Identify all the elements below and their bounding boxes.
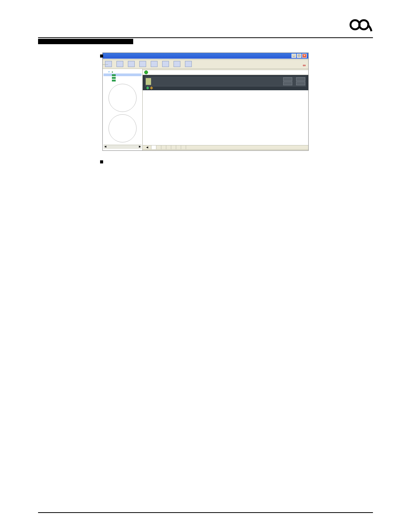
- status-dot-icon: [144, 70, 148, 74]
- qlogic-logo-icon: [349, 19, 373, 33]
- status-diamond-icon: [146, 86, 149, 89]
- toolbar-help[interactable]: [185, 61, 192, 67]
- help-icon: [185, 61, 192, 67]
- svg-point-1: [359, 20, 368, 29]
- expansion-port[interactable]: [296, 81, 305, 85]
- save-icon: [128, 61, 135, 67]
- toolbar-events[interactable]: [151, 61, 158, 67]
- tab-port-stats[interactable]: [161, 145, 166, 149]
- page-footer: [38, 512, 373, 517]
- toolbar-open[interactable]: [116, 61, 123, 67]
- device-table-wrap: [143, 90, 308, 145]
- tab-switch[interactable]: [156, 145, 161, 149]
- tree-sw2[interactable]: [104, 76, 142, 79]
- toolbar-logo: ∞: [303, 63, 306, 67]
- tree-sw1[interactable]: [104, 73, 142, 76]
- tree-logo-2: [108, 114, 137, 142]
- tab-conf-security[interactable]: [176, 145, 181, 149]
- tree-sw3[interactable]: [104, 79, 142, 81]
- tab-port-info[interactable]: [166, 145, 171, 149]
- add-icon: [105, 61, 112, 67]
- tree-scrollbar[interactable]: ◀▶: [104, 145, 142, 149]
- tree-fabric[interactable]: 🔹 ●: [104, 70, 142, 73]
- security-icon: [174, 61, 180, 67]
- qlogic-logo: [349, 19, 373, 34]
- faceplate-graphic[interactable]: [143, 75, 308, 90]
- power-supply-bar: [145, 86, 306, 89]
- expansion-port[interactable]: [283, 77, 292, 81]
- close-button[interactable]: ×: [302, 54, 307, 58]
- tab-conf-zonesets[interactable]: [171, 145, 176, 149]
- refresh-icon: [139, 61, 146, 67]
- app-statusbar: [143, 149, 308, 150]
- tree-tab[interactable]: [103, 64, 108, 65]
- zoning-icon: [162, 61, 169, 67]
- tree-pane: 🔹 ● ◀▶: [103, 69, 143, 150]
- minimize-button[interactable]: _: [292, 54, 296, 58]
- events-icon: [151, 61, 158, 67]
- detail-tabs: ◀: [143, 145, 308, 149]
- expansion-port[interactable]: [283, 81, 292, 85]
- svg-point-0: [350, 20, 360, 29]
- toolbar-refresh[interactable]: [139, 61, 146, 67]
- status-row: [143, 70, 308, 75]
- faceplate-screenshot: _ □ × ∞: [102, 53, 309, 151]
- toolbar-zoning[interactable]: [162, 61, 169, 67]
- toolbar-security[interactable]: [174, 61, 180, 67]
- ethernet-port-icon[interactable]: [146, 78, 151, 85]
- tab-scroll-left[interactable]: ◀: [143, 145, 151, 149]
- tab-devices[interactable]: [151, 145, 156, 149]
- header-black-bar: [38, 39, 133, 44]
- expansion-port[interactable]: [296, 77, 305, 81]
- window-titlebar: _ □ ×: [103, 53, 308, 59]
- maximize-button[interactable]: □: [297, 54, 301, 58]
- open-icon: [116, 61, 123, 67]
- header-rule: [38, 37, 373, 38]
- toolbar: ∞: [103, 60, 308, 69]
- status-diamond-icon: [150, 86, 153, 89]
- tree-logo-1: [108, 84, 137, 112]
- tab-active-security[interactable]: [181, 145, 186, 149]
- toolbar-save[interactable]: [128, 61, 135, 67]
